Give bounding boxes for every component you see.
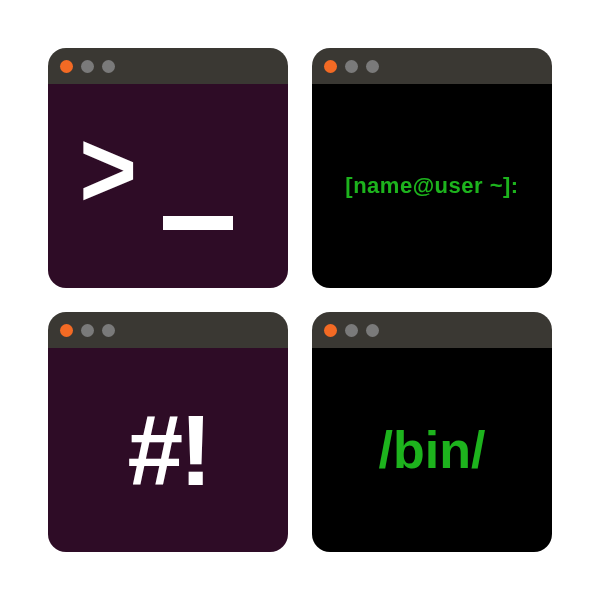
terminal-window-bin: /bin/ xyxy=(312,312,552,552)
terminal-body[interactable]: > xyxy=(48,84,288,288)
terminal-window-shebang: #! xyxy=(48,312,288,552)
close-icon[interactable] xyxy=(60,60,73,73)
maximize-icon[interactable] xyxy=(102,324,115,337)
window-titlebar xyxy=(312,312,552,348)
close-icon[interactable] xyxy=(60,324,73,337)
minimize-icon[interactable] xyxy=(345,324,358,337)
maximize-icon[interactable] xyxy=(102,60,115,73)
terminal-body[interactable]: [name@user ~]: xyxy=(312,84,552,288)
terminal-body[interactable]: #! xyxy=(48,348,288,552)
window-titlebar xyxy=(48,48,288,84)
window-titlebar xyxy=(312,48,552,84)
terminal-window-prompt: > xyxy=(48,48,288,288)
shebang-symbol: #! xyxy=(128,400,209,500)
close-icon[interactable] xyxy=(324,60,337,73)
bin-path: /bin/ xyxy=(379,420,486,480)
minimize-icon[interactable] xyxy=(81,60,94,73)
shell-prompt-line: [name@user ~]: xyxy=(345,173,518,199)
terminal-body[interactable]: /bin/ xyxy=(312,348,552,552)
prompt-symbol: > xyxy=(79,114,137,224)
maximize-icon[interactable] xyxy=(366,324,379,337)
window-titlebar xyxy=(48,312,288,348)
minimize-icon[interactable] xyxy=(345,60,358,73)
terminal-window-userhost: [name@user ~]: xyxy=(312,48,552,288)
close-icon[interactable] xyxy=(324,324,337,337)
minimize-icon[interactable] xyxy=(81,324,94,337)
cursor-icon xyxy=(163,216,233,230)
maximize-icon[interactable] xyxy=(366,60,379,73)
